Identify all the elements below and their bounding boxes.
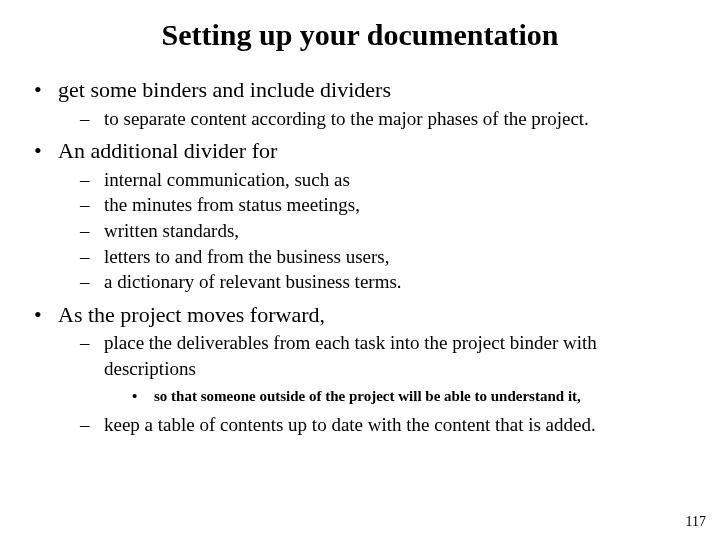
- bullet-text: place the deliverables from each task in…: [104, 332, 597, 379]
- list-item: An additional divider for internal commu…: [34, 137, 686, 295]
- slide-title: Setting up your documentation: [34, 18, 686, 52]
- sub-list: to separate content according to the maj…: [58, 106, 686, 132]
- bullet-text: the minutes from status meetings,: [104, 194, 360, 215]
- list-item: so that someone outside of the project w…: [132, 386, 686, 406]
- list-item: the minutes from status meetings,: [80, 192, 686, 218]
- list-item: keep a table of contents up to date with…: [80, 412, 686, 438]
- list-item: place the deliverables from each task in…: [80, 330, 686, 406]
- slide: Setting up your documentation get some b…: [0, 0, 720, 438]
- bullet-text: keep a table of contents up to date with…: [104, 414, 596, 435]
- list-item: written standards,: [80, 218, 686, 244]
- sub-list: place the deliverables from each task in…: [58, 330, 686, 437]
- bullet-text: written standards,: [104, 220, 239, 241]
- sub-sub-list: so that someone outside of the project w…: [104, 386, 686, 406]
- bullet-text: An additional divider for: [58, 138, 277, 163]
- bullet-text: letters to and from the business users,: [104, 246, 389, 267]
- sub-list: internal communication, such as the minu…: [58, 167, 686, 295]
- bullet-text: so that someone outside of the project w…: [154, 388, 581, 404]
- list-item: internal communication, such as: [80, 167, 686, 193]
- list-item: to separate content according to the maj…: [80, 106, 686, 132]
- list-item: As the project moves forward, place the …: [34, 301, 686, 438]
- bullet-text: to separate content according to the maj…: [104, 108, 589, 129]
- list-item: get some binders and include dividers to…: [34, 76, 686, 131]
- bullet-text: a dictionary of relevant business terms.: [104, 271, 402, 292]
- bullet-list: get some binders and include dividers to…: [34, 76, 686, 438]
- bullet-text: internal communication, such as: [104, 169, 350, 190]
- bullet-text: As the project moves forward,: [58, 302, 325, 327]
- list-item: letters to and from the business users,: [80, 244, 686, 270]
- bullet-text: get some binders and include dividers: [58, 77, 391, 102]
- page-number: 117: [686, 514, 706, 530]
- list-item: a dictionary of relevant business terms.: [80, 269, 686, 295]
